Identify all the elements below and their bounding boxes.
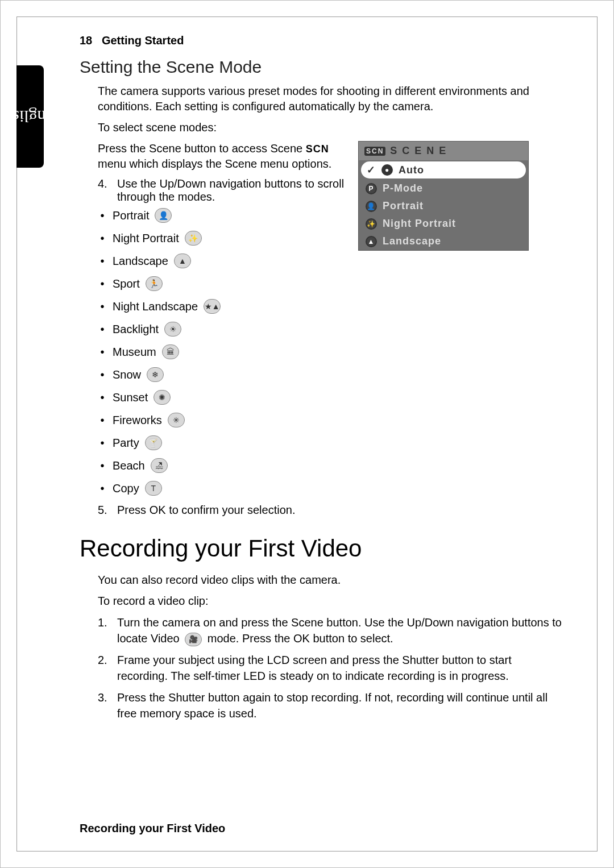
landscape-icon: ▲ xyxy=(174,254,191,268)
scn-inline-label: SCN xyxy=(306,143,329,155)
step-body: Frame your subject using the LCD screen … xyxy=(117,652,563,684)
section-name: Getting Started xyxy=(102,34,184,47)
party-icon: 🍸 xyxy=(145,435,162,450)
mode-label: Museum xyxy=(113,346,156,359)
mode-item: Sunset✺ xyxy=(98,390,347,405)
press-scene-text-2: menu which displays the Scene menu optio… xyxy=(98,157,331,170)
sunset-icon: ✺ xyxy=(154,390,171,405)
manual-page: English 18 Getting Started Setting the S… xyxy=(0,0,614,868)
scene-row-icon: 👤 xyxy=(366,201,377,212)
portrait-icon: 👤 xyxy=(155,208,172,223)
language-tab: English xyxy=(16,65,44,168)
mode-item: CopyT xyxy=(98,481,347,496)
backlight-icon: ☀ xyxy=(164,322,181,337)
mode-label: Party xyxy=(113,437,139,450)
scene-menu-title-text: S C E N E xyxy=(390,145,447,157)
video-steps-list: 1.Turn the camera on and press the Scene… xyxy=(98,614,563,721)
left-column: Press the Scene button to access Scene S… xyxy=(80,141,347,520)
step-text: Frame your subject using the LCD screen … xyxy=(117,654,512,682)
mode-item: Night Landscape★▲ xyxy=(98,299,347,314)
mode-item: Beach🏖 xyxy=(98,458,347,473)
subheading-setting-scene-mode: Setting the Scene Mode xyxy=(80,57,563,77)
page-footer: Recording your First Video xyxy=(80,822,225,835)
scene-row-label: P-Mode xyxy=(383,182,423,194)
scene-menu-rows: ✓●AutoPP-Mode👤Portrait✨Night Portrait▲La… xyxy=(359,161,528,250)
scene-row-icon: P xyxy=(366,183,377,194)
mode-item: Backlight☀ xyxy=(98,322,347,337)
step-number: 3. xyxy=(98,690,111,721)
step-text: Press the Shutter button again to stop r… xyxy=(117,691,547,720)
mode-item: Landscape▲ xyxy=(98,254,347,268)
snow-icon: ❄ xyxy=(147,367,164,382)
step5-text: Press OK to confirm your selection. xyxy=(117,504,295,517)
mode-label: Copy xyxy=(113,482,139,495)
step4-text: Use the Up/Down navigation buttons to sc… xyxy=(117,177,347,203)
video-intro: You can also record video clips with the… xyxy=(98,572,563,588)
scene-row-label: Portrait xyxy=(383,200,424,212)
mode-label: Snow xyxy=(113,368,141,381)
press-scene-line: Press the Scene button to access Scene S… xyxy=(98,141,347,172)
sport-icon: 🏃 xyxy=(146,276,163,291)
video-step: 1.Turn the camera on and press the Scene… xyxy=(98,614,563,646)
mode-label: Beach xyxy=(113,459,145,472)
scene-menu-figure: SCN S C E N E ✓●AutoPP-Mode👤Portrait✨Nig… xyxy=(358,141,529,251)
night-landscape-icon: ★▲ xyxy=(204,299,221,314)
press-scene-text-1: Press the Scene button to access Scene xyxy=(98,142,306,155)
scene-menu-row: ✓●Auto xyxy=(361,161,526,178)
mode-item: Fireworks✳ xyxy=(98,413,347,427)
page-content: 18 Getting Started Setting the Scene Mod… xyxy=(80,34,563,721)
scene-menu-title: SCN S C E N E xyxy=(359,142,528,160)
scene-row-label: Auto xyxy=(399,164,424,176)
scene-row-label: Landscape xyxy=(383,235,441,247)
scn-badge-icon: SCN xyxy=(364,147,385,156)
mode-label: Night Landscape xyxy=(113,300,198,313)
page-header: 18 Getting Started xyxy=(80,34,563,47)
step4-number: 4. xyxy=(98,177,111,203)
scene-row-icon: ✨ xyxy=(366,218,377,230)
mode-item: Museum🏛 xyxy=(98,344,347,359)
step-text-post: mode. Press the OK button to select. xyxy=(204,632,393,645)
scene-menu-row: 👤Portrait xyxy=(359,197,528,215)
museum-icon: 🏛 xyxy=(162,344,179,359)
mode-item: Sport🏃 xyxy=(98,276,347,291)
page-number: 18 xyxy=(80,34,92,47)
scene-menu-row: ▲Landscape xyxy=(359,232,528,250)
two-column-area: Press the Scene button to access Scene S… xyxy=(80,141,563,520)
check-icon: ✓ xyxy=(367,164,376,176)
mode-item: Party🍸 xyxy=(98,435,347,450)
mode-label: Landscape xyxy=(113,255,168,268)
heading-recording-first-video: Recording your First Video xyxy=(80,535,563,562)
intro-paragraph: The camera supports various preset modes… xyxy=(98,84,563,114)
copy-icon: T xyxy=(145,481,162,496)
video-lead: To record a video clip: xyxy=(98,593,563,609)
night-portrait-icon: ✨ xyxy=(185,231,202,246)
mode-label: Backlight xyxy=(113,323,159,336)
mode-item: Night Portrait✨ xyxy=(98,231,347,246)
select-lead: To select scene modes: xyxy=(98,120,563,135)
scene-menu-row: PP-Mode xyxy=(359,180,528,197)
mode-label: Fireworks xyxy=(113,414,162,427)
video-step: 2.Frame your subject using the LCD scree… xyxy=(98,652,563,684)
video-mode-icon: 🎥 xyxy=(185,633,202,646)
mode-label: Sunset xyxy=(113,391,148,404)
mode-item: Snow❄ xyxy=(98,367,347,382)
page-frame: English 18 Getting Started Setting the S… xyxy=(16,16,598,852)
scene-menu-row: ✨Night Portrait xyxy=(359,215,528,232)
mode-item: Portrait👤 xyxy=(98,208,347,223)
scene-row-icon: ● xyxy=(381,164,393,176)
mode-label: Night Portrait xyxy=(113,232,179,245)
scene-row-label: Night Portrait xyxy=(383,218,456,230)
step-body: Press the Shutter button again to stop r… xyxy=(117,690,563,721)
mode-label: Portrait xyxy=(113,209,149,222)
scene-row-icon: ▲ xyxy=(366,236,377,247)
mode-label: Sport xyxy=(113,277,140,290)
scene-modes-list: Portrait👤Night Portrait✨Landscape▲Sport🏃… xyxy=(98,208,347,496)
step-number: 1. xyxy=(98,614,111,646)
step-4: 4. Use the Up/Down navigation buttons to… xyxy=(98,177,347,203)
language-label: English xyxy=(4,107,56,126)
step-number: 2. xyxy=(98,652,111,684)
step-body: Turn the camera on and press the Scene b… xyxy=(117,614,563,646)
beach-icon: 🏖 xyxy=(151,458,168,473)
step-5: 5. Press OK to confirm your selection. xyxy=(98,504,347,517)
video-step: 3.Press the Shutter button again to stop… xyxy=(98,690,563,721)
